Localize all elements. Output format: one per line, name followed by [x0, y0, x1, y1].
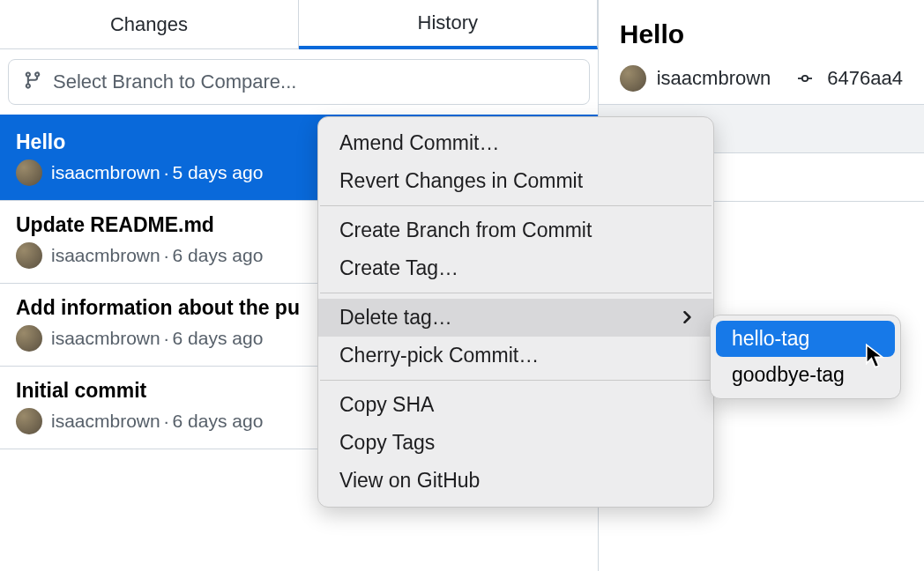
submenu-item[interactable]: goodbye-tag	[716, 357, 895, 393]
branch-compare-placeholder: Select Branch to Compare...	[53, 70, 296, 93]
separator: ·	[164, 411, 169, 432]
separator: ·	[164, 245, 169, 266]
submenu-item[interactable]: hello-tag	[716, 321, 895, 357]
tab-history[interactable]: History	[299, 0, 598, 49]
chevron-right-icon	[683, 308, 692, 328]
avatar	[16, 159, 42, 186]
menu-label: Create Branch from Commit	[339, 219, 592, 242]
commit-time: 6 days ago	[173, 411, 264, 432]
commit-detail-title: Hello	[620, 19, 903, 49]
delete-tag-submenu: hello-tag goodbye-tag	[710, 315, 901, 399]
context-menu: Amend Commit… Revert Changes in Commit C…	[317, 116, 714, 508]
separator: ·	[164, 162, 169, 183]
menu-divider	[320, 205, 712, 206]
git-branch-icon	[23, 70, 42, 93]
menu-label: Revert Changes in Commit	[339, 169, 583, 193]
commit-author: isaacmbrown	[51, 245, 160, 266]
menu-create-tag[interactable]: Create Tag…	[318, 249, 713, 287]
commit-author: isaacmbrown	[51, 411, 160, 432]
menu-revert-commit[interactable]: Revert Changes in Commit	[318, 162, 713, 200]
commit-sha-icon	[794, 71, 816, 85]
commit-time: 6 days ago	[173, 328, 264, 349]
commit-author: isaacmbrown	[51, 162, 160, 183]
commit-time: 5 days ago	[173, 162, 264, 183]
branch-compare-selector[interactable]: Select Branch to Compare...	[8, 59, 590, 105]
menu-view-github[interactable]: View on GitHub	[318, 462, 713, 500]
commit-detail-meta: isaacmbrown 6476aa4	[620, 65, 903, 92]
menu-label: Copy SHA	[339, 393, 434, 417]
menu-label: Copy Tags	[339, 431, 435, 455]
menu-delete-tag[interactable]: Delete tag…	[318, 299, 713, 337]
menu-amend-commit[interactable]: Amend Commit…	[318, 124, 713, 162]
menu-copy-tags[interactable]: Copy Tags	[318, 424, 713, 462]
tabs: Changes History	[0, 0, 598, 49]
menu-label: Delete tag…	[339, 306, 452, 330]
commit-author: isaacmbrown	[51, 328, 160, 349]
menu-label: View on GitHub	[339, 469, 480, 493]
menu-cherry-pick[interactable]: Cherry-pick Commit…	[318, 337, 713, 374]
menu-copy-sha[interactable]: Copy SHA	[318, 386, 713, 424]
menu-label: Amend Commit…	[339, 131, 499, 155]
commit-sha: 6476aa4	[827, 67, 903, 90]
avatar	[16, 242, 42, 269]
menu-divider	[320, 380, 712, 381]
svg-point-0	[802, 76, 808, 81]
avatar	[16, 408, 42, 434]
separator: ·	[164, 328, 169, 349]
tab-changes[interactable]: Changes	[0, 0, 299, 49]
avatar	[620, 65, 646, 92]
menu-divider	[320, 293, 712, 293]
commit-detail-author: isaacmbrown	[657, 67, 771, 90]
commit-detail-header: Hello isaacmbrown 6476aa4	[599, 0, 924, 104]
menu-label: Create Tag…	[339, 256, 458, 280]
menu-create-branch[interactable]: Create Branch from Commit	[318, 211, 713, 249]
avatar	[16, 325, 42, 352]
menu-label: Cherry-pick Commit…	[339, 344, 539, 367]
commit-time: 6 days ago	[173, 245, 264, 266]
